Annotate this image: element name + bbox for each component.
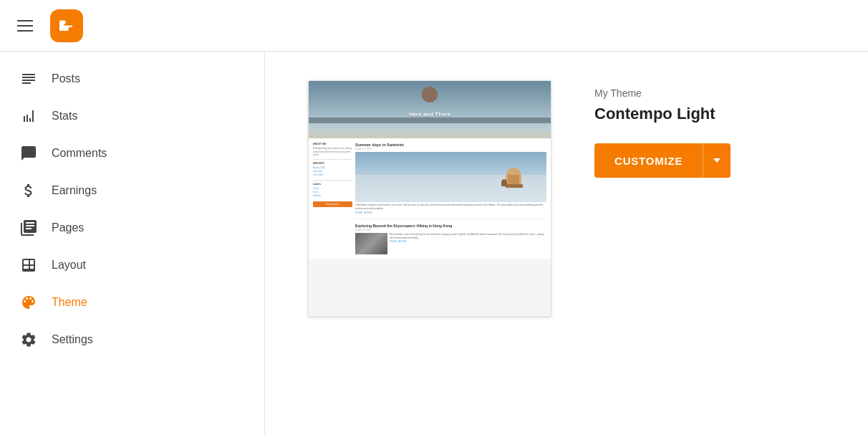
content-area: Here and There ABOUT ME A lifestyle blog… [265,52,868,435]
blog-sidebar-divider2 [313,180,352,181]
blog-post-1-title: Summer days in Santorini [355,143,546,147]
sidebar-item-stats[interactable]: Stats [0,97,253,135]
blog-post-2-readmore: READ MORE [390,240,546,243]
blog-preview-header: Here and There [309,81,551,138]
blog-post-1-date: October 15, 2018 [355,148,546,150]
sidebar-item-comments[interactable]: Comments [0,135,253,172]
blog-sidebar-label-links: TravelFoodLifestyle [313,187,352,199]
sidebar-item-layout[interactable]: Layout [0,247,253,284]
sidebar-item-pages-label: Pages [52,221,84,234]
blog-sidebar-bio: A lifestyle blog with a passion for shar… [313,147,352,157]
blog-sidebar-archive-links: August 2018July 2018June 2018 [313,166,352,178]
topbar [0,0,868,52]
blog-post-1-text: I had always wanted to visit Santorini, … [355,204,546,210]
sidebar-item-comments-label: Comments [52,147,107,160]
sidebar-item-stats-label: Stats [52,110,77,123]
blog-report-btn: Report Abuse [313,201,352,207]
layout-icon [20,257,37,274]
blog-post-2-textblock: Most travelers come to Hong Kong for the… [390,233,546,254]
blog-post-1: Summer days in Santorini October 15, 201… [355,143,546,214]
blog-post-1-image [355,152,546,202]
chevron-down-icon [713,158,720,163]
sidebar-item-pages[interactable]: Pages [0,209,253,247]
sidebar-item-posts-label: Posts [52,72,80,85]
sidebar-item-earnings-label: Earnings [52,184,97,197]
theme-section: Here and There ABOUT ME A lifestyle blog… [308,80,825,317]
theme-preview-container: Here and There ABOUT ME A lifestyle blog… [308,80,551,317]
blog-post-2: Exploring Beyond the Skyscrapers: Hiking… [355,224,546,254]
customize-button[interactable]: CUSTOMIZE [594,143,703,178]
sidebar-item-settings[interactable]: Settings [0,321,253,358]
jug [501,179,507,186]
theme-info: My Theme Contempo Light CUSTOMIZE [594,80,825,178]
theme-icon [20,294,37,311]
main-layout: Posts Stats Comments Earnings Pages [0,52,868,435]
customize-dropdown-button[interactable] [703,143,730,178]
sidebar-item-layout-label: Layout [52,259,86,272]
sidebar-item-theme-label: Theme [52,296,87,309]
sidebar: Posts Stats Comments Earnings Pages [0,52,265,435]
building-fence [506,184,523,188]
blog-sidebar-archive: ARCHIVE [313,162,352,165]
sidebar-item-earnings[interactable]: Earnings [0,172,253,209]
blog-content-area: ABOUT ME A lifestyle blog with a passion… [309,138,551,259]
settings-icon [20,331,37,348]
blog-preview: Here and There ABOUT ME A lifestyle blog… [309,81,551,316]
blog-posts-column: Summer days in Santorini October 15, 201… [355,143,546,259]
stats-icon [20,107,37,125]
blog-nav-bar [309,118,551,123]
sidebar-item-theme[interactable]: Theme [0,284,253,321]
blog-post-2-image [355,233,387,254]
sidebar-item-settings-label: Settings [52,333,93,346]
customize-btn-group: CUSTOMIZE [594,143,825,178]
blog-post-2-date: October 8, 2018 [355,229,546,231]
blogger-logo [50,9,83,42]
blog-post-2-title: Exploring Beyond the Skyscrapers: Hiking… [355,224,546,228]
blog-post-2-content: Most travelers come to Hong Kong for the… [355,233,546,254]
blog-post-divider [355,219,546,219]
blogger-logo-icon [56,15,77,37]
pages-icon [20,219,37,236]
blog-preview-title: Here and There [409,111,450,118]
blog-post-1-readmore: READ MORE [355,211,546,214]
hamburger-menu-button[interactable] [11,14,39,37]
blog-sidebar-labels: Labels [313,183,352,186]
blog-sidebar-section: ABOUT ME [313,143,352,145]
blog-avatar [422,87,438,102]
blog-sidebar-divider [313,159,352,160]
svg-rect-0 [59,20,66,24]
sidebar-item-posts[interactable]: Posts [0,60,253,97]
svg-rect-1 [59,26,69,29]
theme-name: Contempo Light [594,105,825,123]
theme-preview-frame: Here and There ABOUT ME A lifestyle blog… [308,80,551,317]
blog-post-2-text: Most travelers come to Hong Kong for the… [390,233,546,239]
earnings-icon [20,182,37,199]
my-theme-label: My Theme [594,87,825,99]
comments-icon [20,145,37,162]
posts-icon [20,70,37,87]
blog-left-sidebar: ABOUT ME A lifestyle blog with a passion… [313,143,352,259]
